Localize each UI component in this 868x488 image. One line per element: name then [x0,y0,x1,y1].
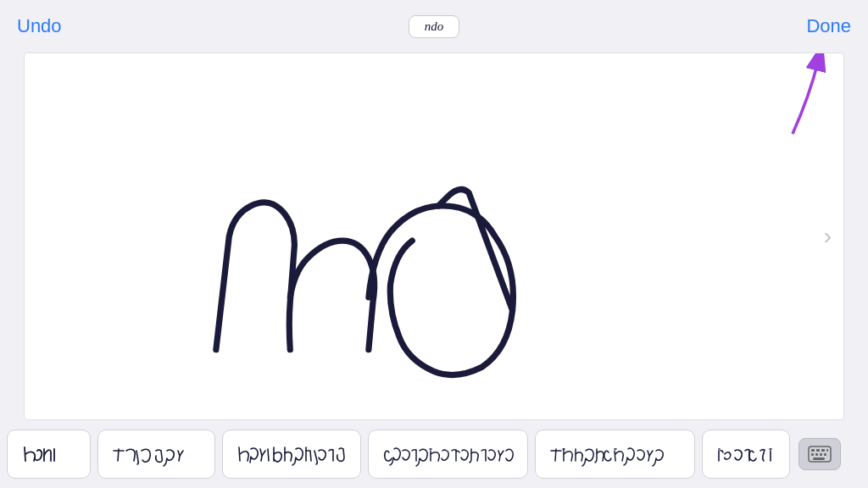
top-bar: Undo ndo Done [0,0,868,53]
suggestion-happy-birthday[interactable] [222,430,361,479]
svg-rect-4 [821,449,825,452]
svg-rect-8 [820,453,822,456]
svg-rect-5 [826,449,828,452]
style-preview-button[interactable]: ndo [409,15,459,38]
undo-button[interactable]: Undo [17,15,62,37]
svg-rect-3 [816,449,820,452]
svg-rect-9 [824,453,826,456]
suggestion-congratulations[interactable] [368,430,528,479]
svg-rect-7 [815,453,818,456]
suggestion-im-sorry[interactable] [702,430,790,479]
suggestion-bar [0,420,868,488]
drawing-canvas[interactable]: › [24,53,844,420]
keyboard-button[interactable] [798,438,841,470]
svg-rect-2 [811,449,815,452]
suggestion-thank-you[interactable] [97,430,215,479]
suggestion-hello[interactable] [7,430,91,479]
suggestion-thinking-of-you[interactable] [535,430,695,479]
svg-rect-6 [811,453,814,456]
svg-rect-10 [813,458,825,460]
next-chevron[interactable]: › [824,223,832,250]
done-button[interactable]: Done [806,15,851,37]
